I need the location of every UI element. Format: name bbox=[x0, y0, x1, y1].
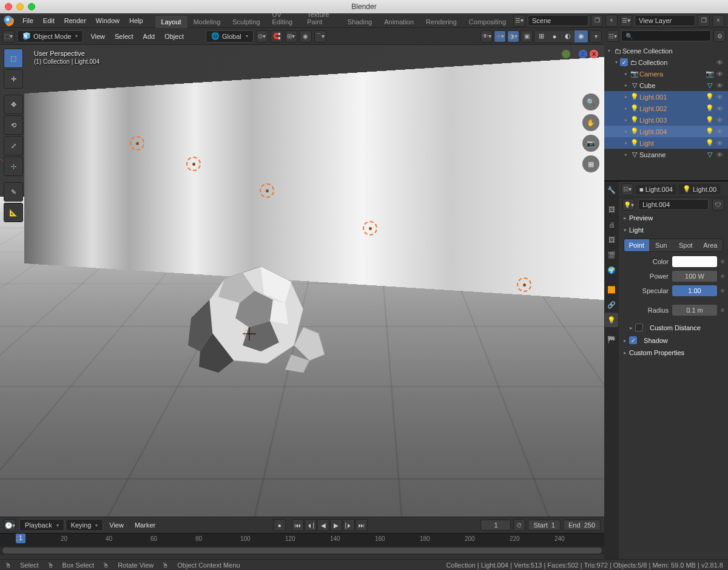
scene-delete-icon[interactable]: × bbox=[605, 15, 618, 27]
light-gizmo-icon[interactable] bbox=[260, 183, 274, 198]
start-frame-field[interactable]: Start 1 bbox=[528, 520, 560, 531]
viewlayer-new-icon[interactable]: ❐ bbox=[698, 15, 710, 27]
custom-distance-checkbox[interactable] bbox=[635, 324, 643, 331]
menu-help[interactable]: Help bbox=[124, 15, 148, 27]
specular-field[interactable]: 1.00 bbox=[672, 285, 717, 296]
rotate-tool-icon[interactable]: ⟲ bbox=[4, 115, 23, 135]
visibility-eye-icon[interactable]: 👁 bbox=[715, 140, 724, 147]
perspective-toggle-icon[interactable]: ▦ bbox=[582, 155, 599, 172]
menu-window[interactable]: Window bbox=[91, 15, 124, 27]
constraints-tab-icon[interactable]: 🔗 bbox=[605, 297, 618, 312]
frame-sync-icon[interactable]: ⏱ bbox=[513, 519, 525, 531]
outliner-collection[interactable]: ▾ 🗀 Collection 👁 bbox=[604, 56, 728, 68]
object-visibility-icon[interactable]: 👁▾ bbox=[480, 30, 493, 42]
viewport-menu-view[interactable]: View bbox=[86, 30, 110, 42]
scene-browse-icon[interactable]: ☰▾ bbox=[513, 15, 525, 27]
object-tab-icon[interactable]: 🟧 bbox=[605, 282, 618, 297]
visibility-eye-icon[interactable]: 👁 bbox=[715, 128, 724, 135]
custom-distance-panel-header[interactable]: Custom Distance bbox=[619, 321, 728, 334]
xray-toggle-icon[interactable]: ▣ bbox=[521, 30, 533, 42]
zoom-icon[interactable]: 🔍 bbox=[582, 93, 599, 110]
workspace-tab-rendering[interactable]: Rendering bbox=[420, 16, 463, 28]
outliner-item-light-002[interactable]: ▸💡Light.002💡👁 bbox=[604, 103, 728, 114]
custom-properties-panel-header[interactable]: Custom Properties bbox=[619, 347, 728, 359]
light-type-area[interactable]: Area bbox=[698, 239, 723, 251]
outliner-item-light-004[interactable]: ▸💡Light.004💡👁 bbox=[604, 126, 728, 137]
auto-keying-icon[interactable]: ● bbox=[274, 519, 286, 531]
timeline-menu-view[interactable]: View bbox=[104, 519, 129, 531]
proportional-edit-icon[interactable]: ◉ bbox=[300, 30, 312, 42]
preview-panel-header[interactable]: Preview bbox=[619, 212, 728, 224]
animate-dot-icon[interactable] bbox=[721, 308, 724, 312]
play-icon[interactable]: ▶ bbox=[330, 519, 342, 531]
workspace-tab-shading[interactable]: Shading bbox=[342, 16, 378, 28]
editor-type-icon[interactable]: ⬚▾ bbox=[2, 30, 15, 42]
workspace-tab-sculpting[interactable]: Sculpting bbox=[226, 16, 266, 28]
timeline-menu-marker[interactable]: Marker bbox=[130, 519, 160, 531]
light-type-point[interactable]: Point bbox=[624, 239, 649, 251]
workspace-tab-layout[interactable]: Layout bbox=[155, 16, 187, 28]
breadcrumb-data[interactable]: 💡 Light.00 bbox=[679, 184, 720, 194]
timeline-editor-type-icon[interactable]: 🕐▾ bbox=[4, 519, 16, 531]
light-panel-header[interactable]: Light bbox=[619, 224, 728, 236]
checkbox-icon[interactable] bbox=[620, 58, 629, 67]
keyframe-prev-icon[interactable]: ⏴| bbox=[305, 519, 317, 531]
close-window-icon[interactable] bbox=[5, 3, 12, 10]
menu-file[interactable]: File bbox=[18, 15, 38, 27]
outliner-search-input[interactable] bbox=[621, 30, 711, 41]
pan-icon[interactable]: ✋ bbox=[582, 114, 599, 131]
minimize-window-icon[interactable] bbox=[16, 3, 24, 10]
shading-mode-group[interactable]: ⊞ ● ◐ ◉ bbox=[534, 30, 588, 43]
outliner-item-camera[interactable]: ▸📷Camera📷👁 bbox=[604, 68, 728, 80]
measure-tool-icon[interactable]: 📐 bbox=[4, 203, 23, 222]
gizmo-toggle-icon[interactable]: ⊹▾ bbox=[494, 30, 506, 42]
traffic-lights[interactable] bbox=[5, 3, 35, 10]
workspace-tab-animation[interactable]: Animation bbox=[378, 16, 420, 28]
move-tool-icon[interactable]: ✥ bbox=[4, 95, 23, 114]
viewport-menu-select[interactable]: Select bbox=[110, 30, 138, 42]
menu-render[interactable]: Render bbox=[59, 15, 91, 27]
keyframe-next-icon[interactable]: |⏵ bbox=[343, 519, 355, 531]
timeline-menu-keying[interactable]: Keying bbox=[66, 519, 104, 531]
viewlayer-tab-icon[interactable]: 🖼 bbox=[605, 232, 618, 247]
animate-dot-icon[interactable] bbox=[721, 274, 724, 278]
scene-new-icon[interactable]: ❐ bbox=[591, 15, 603, 27]
radius-field[interactable]: 0.1 m bbox=[672, 305, 717, 316]
solid-shading-icon[interactable]: ● bbox=[548, 30, 561, 42]
jump-end-icon[interactable]: ⏭ bbox=[356, 519, 368, 531]
workspace-tab-compositing[interactable]: Compositing bbox=[463, 16, 512, 28]
breadcrumb-object[interactable]: ■ Light.004 bbox=[636, 185, 676, 194]
timeline-scrollbar[interactable] bbox=[0, 546, 604, 555]
outliner-editor-type-icon[interactable]: ☷▾ bbox=[607, 30, 619, 42]
visibility-eye-icon[interactable]: 👁 bbox=[715, 82, 724, 89]
light-type-sun[interactable]: Sun bbox=[649, 239, 674, 251]
render-tab-icon[interactable]: 🖼 bbox=[605, 202, 618, 217]
texture-tab-icon[interactable]: 🏁 bbox=[605, 332, 618, 347]
light-datablock-name-field[interactable]: Light.004 bbox=[638, 199, 709, 210]
jump-start-icon[interactable]: ⏮ bbox=[292, 519, 304, 531]
outliner-filter-icon[interactable]: ⚙ bbox=[713, 30, 726, 42]
light-type-spot[interactable]: Spot bbox=[673, 239, 698, 251]
timeline-menu-playback[interactable]: Playback bbox=[19, 519, 64, 531]
viewlayer-name-field[interactable]: View Layer bbox=[635, 15, 695, 26]
visibility-eye-icon[interactable]: 👁 bbox=[715, 93, 724, 101]
output-tab-icon[interactable]: 🖨 bbox=[605, 217, 618, 232]
animate-dot-icon[interactable] bbox=[721, 260, 724, 263]
outliner-item-light[interactable]: ▸💡Light💡👁 bbox=[604, 137, 728, 149]
wireframe-shading-icon[interactable]: ⊞ bbox=[534, 30, 548, 42]
animate-dot-icon[interactable] bbox=[721, 289, 724, 293]
scene-tab-icon[interactable]: 🎬 bbox=[605, 248, 618, 262]
datablock-browse-icon[interactable]: 💡▾ bbox=[622, 198, 635, 211]
viewlayer-delete-icon[interactable]: × bbox=[712, 15, 724, 27]
play-reverse-icon[interactable]: ◀ bbox=[317, 519, 329, 531]
outliner-item-suzanne[interactable]: ▸▽Suzanne▽👁 bbox=[604, 149, 728, 160]
blender-logo-icon[interactable] bbox=[4, 15, 14, 26]
viewlayer-browse-icon[interactable]: ☰▾ bbox=[620, 15, 632, 27]
transform-orientation-dropdown[interactable]: 🌐 Global bbox=[206, 30, 254, 42]
tool-tab-icon[interactable]: 🔧 bbox=[605, 183, 618, 197]
proportional-falloff-icon[interactable]: ⌒▾ bbox=[314, 30, 326, 42]
visibility-eye-icon[interactable]: 👁 bbox=[715, 59, 724, 66]
select-box-tool-icon[interactable]: ⬚ bbox=[4, 49, 23, 68]
pivot-point-icon[interactable]: ⊙▾ bbox=[256, 30, 268, 42]
cursor-tool-icon[interactable]: ✛ bbox=[4, 69, 23, 89]
